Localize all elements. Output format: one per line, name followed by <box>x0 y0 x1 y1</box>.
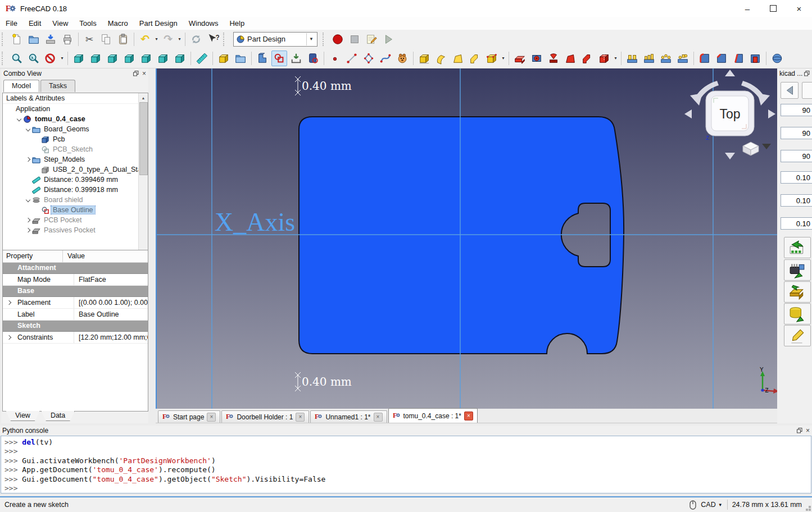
tree-item-board-geoms[interactable]: Board_Geoms <box>3 124 148 134</box>
tree-item-distance-0-399918-mm[interactable]: Distance: 0.399918 mm <box>3 185 148 195</box>
undo-button[interactable]: ↶ <box>137 31 153 47</box>
tree-item-pcb[interactable]: Pcb <box>3 134 148 144</box>
property-row-constraints[interactable]: Constraints[12.20 mm;12.00 mm;6.50 ... <box>3 332 148 344</box>
nav-cube-face-top[interactable]: Top <box>706 91 754 136</box>
draw-style-button[interactable] <box>43 51 58 66</box>
export-footprint-button[interactable] <box>784 237 811 258</box>
chevron-down-icon[interactable] <box>24 127 32 131</box>
redo-button[interactable]: ↷ <box>160 31 176 47</box>
sub-loft-button[interactable] <box>562 51 578 66</box>
toolbar-handle[interactable] <box>2 52 6 65</box>
menu-tools[interactable]: Tools <box>74 18 102 29</box>
new-button[interactable] <box>9 31 25 47</box>
measure-button[interactable] <box>194 51 210 66</box>
menu-edit[interactable]: Edit <box>23 18 47 29</box>
tab-data[interactable]: Data <box>41 411 75 421</box>
float-panel-icon[interactable] <box>804 71 810 76</box>
doc-tab-start-page[interactable]: FStart page× <box>158 410 220 423</box>
right-button[interactable] <box>121 51 137 66</box>
float-panel-icon[interactable] <box>133 71 139 76</box>
chevron-down-icon[interactable] <box>15 117 23 121</box>
menu-file[interactable]: File <box>0 18 23 29</box>
multi-button[interactable] <box>675 51 691 66</box>
push-model-button[interactable] <box>784 303 811 324</box>
tree-item-application[interactable]: Application <box>3 104 148 114</box>
body-button[interactable] <box>255 51 270 66</box>
iso-button[interactable] <box>71 51 87 66</box>
chevron-down-icon[interactable] <box>24 198 32 202</box>
property-row-map-mode[interactable]: Map ModeFlatFace <box>3 274 148 286</box>
close-tab-icon[interactable]: × <box>464 412 473 420</box>
tab-tasks[interactable]: Tasks <box>40 80 75 92</box>
dropdown-arrow-icon[interactable]: ▾ <box>613 56 619 61</box>
property-value[interactable]: [(0.00 0.00 1.00); 0.00 °; (0.... <box>74 297 148 308</box>
refresh-button[interactable] <box>188 31 204 47</box>
group-button[interactable] <box>233 51 248 66</box>
python-console-input[interactable]: >>> del(tv)>>>>>> Gui.activateWorkbench(… <box>1 436 811 493</box>
bottom-button[interactable] <box>155 51 171 66</box>
top-view-button[interactable] <box>105 51 120 66</box>
polar-button[interactable] <box>658 51 674 66</box>
pocket-button[interactable] <box>512 51 528 66</box>
tree-item-usb-2-0-type-a-dual-stacked-jac[interactable]: USB_2_0_type_A_Dual_Stacked_jac <box>3 164 148 175</box>
boolean-button[interactable] <box>769 51 785 66</box>
stop-button[interactable] <box>347 31 362 47</box>
print-button[interactable] <box>60 31 75 47</box>
property-group-base[interactable]: Base <box>3 286 148 297</box>
sub-pipe-button[interactable] <box>579 51 595 66</box>
rear-button[interactable] <box>138 51 154 66</box>
close-panel-icon[interactable]: × <box>142 71 146 76</box>
tree-item-tomu-0-4-case[interactable]: tomu_0.4_case <box>3 114 148 124</box>
copy-button[interactable] <box>98 31 114 47</box>
open-button[interactable] <box>26 31 42 47</box>
menu-view[interactable]: View <box>47 18 74 29</box>
toolbar-handle[interactable] <box>2 33 6 46</box>
maximize-button[interactable] <box>760 0 786 17</box>
thickness-button[interactable] <box>747 51 763 66</box>
add-loft-button[interactable] <box>450 51 466 66</box>
chevron-right-icon[interactable] <box>24 158 32 161</box>
chevron-right-icon[interactable] <box>5 336 13 339</box>
load-parts-button[interactable] <box>784 259 811 281</box>
dropdown-arrow-icon[interactable]: ▾ <box>500 56 506 61</box>
tree-item-passives-pocket[interactable]: Passives Pocket <box>3 225 148 235</box>
property-row-label[interactable]: LabelBase Outline <box>3 309 148 321</box>
doc-tab-tomu-0-4-case-1[interactable]: Ftomu_0.4_case : 1*× <box>388 408 478 423</box>
tree-item-board-shield[interactable]: Board shield <box>3 195 148 205</box>
kicad-param-input-2[interactable] <box>781 127 812 139</box>
revolution-button[interactable] <box>433 51 449 66</box>
doc-tab-unnamed1-1[interactable]: FUnnamed1 : 1*× <box>310 410 387 423</box>
paste-button[interactable] <box>115 31 131 47</box>
close-button[interactable]: × <box>786 0 812 17</box>
close-tab-icon[interactable]: × <box>374 413 383 422</box>
sub-prim-button[interactable] <box>596 51 612 66</box>
dimension-label-bottom[interactable]: 0.40 mm <box>302 375 352 388</box>
carbon-button[interactable] <box>394 51 410 66</box>
close-tab-icon[interactable]: × <box>207 413 216 422</box>
property-group-sketch[interactable]: Sketch <box>3 321 148 332</box>
record-button[interactable] <box>330 31 346 47</box>
toolbar-handle[interactable] <box>223 33 228 46</box>
menu-windows[interactable]: Windows <box>183 18 224 29</box>
nav-cube-menu-icon[interactable] <box>762 144 771 149</box>
linear-button[interactable] <box>641 51 657 66</box>
export-board-button[interactable] <box>784 281 811 303</box>
tab-model[interactable]: Model <box>3 80 39 92</box>
chamfer-button[interactable] <box>714 51 729 66</box>
property-group-attachment[interactable]: Attachment <box>3 263 148 274</box>
workbench-selector[interactable]: Part Design ▼ <box>233 32 317 47</box>
whatsthis-button[interactable]: ? <box>205 31 221 47</box>
nav-cube-mini-cube[interactable] <box>743 142 759 156</box>
fit-all-button[interactable] <box>9 51 25 66</box>
play-button[interactable] <box>380 31 396 47</box>
hole-button[interactable] <box>529 51 545 66</box>
back-button[interactable] <box>781 82 799 99</box>
front-button[interactable] <box>88 51 103 66</box>
dropdown-arrow-icon[interactable]: ▾ <box>59 56 65 61</box>
kicad-param-input-4[interactable] <box>781 171 812 184</box>
tree-item-pcb-sketch[interactable]: PCB_Sketch <box>3 144 148 154</box>
fillet-button[interactable] <box>697 51 713 66</box>
navigation-cube[interactable]: Top z <box>682 68 782 164</box>
part-button[interactable] <box>216 51 232 66</box>
draft-button[interactable] <box>731 51 746 66</box>
